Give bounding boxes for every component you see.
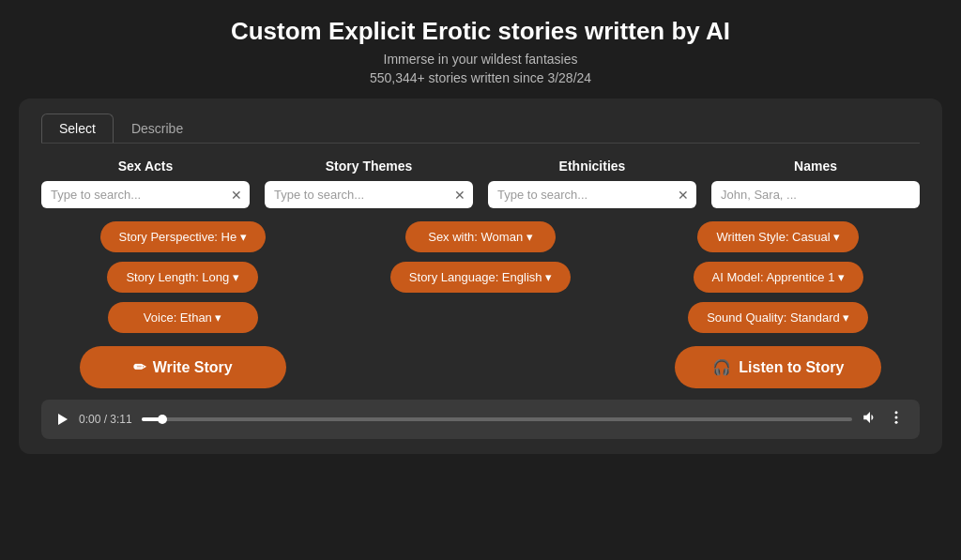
search-wrap-sex-acts: ✕ [41,181,250,208]
page-container: Custom Explicit Erotic stories written b… [0,0,961,560]
names-input[interactable] [711,181,920,208]
audio-progress-thumb [158,415,167,424]
options-row-1: Story Perspective: He ▾ Sex with: Woman … [41,221,920,252]
col-label-names: Names [711,159,920,174]
headphone-icon: 🎧 [712,358,731,376]
ai-model-btn[interactable]: AI Model: Apprentice 1 ▾ [694,262,863,293]
search-input-ethnicities[interactable] [488,181,696,208]
audio-player: 0:00 / 3:11 [41,400,920,439]
search-wrap-story-themes: ✕ [265,181,473,208]
page-title: Custom Explicit Erotic stories written b… [231,17,730,46]
tab-describe[interactable]: Describe [114,114,201,143]
svg-marker-0 [58,414,68,425]
search-input-sex-acts[interactable] [41,181,250,208]
pencil-icon: ✏ [133,358,145,376]
write-story-button[interactable]: ✏ Write Story [80,346,286,388]
column-ethnicities: Ethnicities ✕ [488,159,696,208]
tab-select[interactable]: Select [41,114,114,143]
main-card: Select Describe Sex Acts ✕ Story Themes [19,98,942,454]
search-input-story-themes[interactable] [265,181,473,208]
written-style-btn[interactable]: Written Style: Casual ▾ [697,221,859,252]
svg-point-3 [895,421,898,424]
page-stats: 550,344+ stories written since 3/28/24 [370,70,591,85]
clear-ethnicities[interactable]: ✕ [676,187,691,204]
sound-quality-btn[interactable]: Sound Quality: Standard ▾ [688,302,868,333]
audio-progress-bar[interactable] [142,417,852,421]
write-listen-row: ✏ Write Story 🎧 Listen to Story [41,346,920,388]
column-sex-acts: Sex Acts ✕ [41,159,250,208]
column-names: Names [711,159,920,208]
svg-point-1 [895,411,898,414]
listen-story-button[interactable]: 🎧 Listen to Story [675,346,881,388]
page-subtitle: Immerse in your wildest fantasies [384,52,578,67]
sex-with-btn[interactable]: Sex with: Woman ▾ [405,221,556,252]
volume-button[interactable] [862,409,878,430]
tabs-container: Select Describe [41,114,920,144]
clear-story-themes[interactable]: ✕ [452,187,467,204]
clear-sex-acts[interactable]: ✕ [229,187,244,204]
options-row-2: Story Length: Long ▾ Story Language: Eng… [41,262,920,293]
story-perspective-btn[interactable]: Story Perspective: He ▾ [100,221,266,252]
story-language-btn[interactable]: Story Language: English ▾ [390,262,571,293]
search-columns: Sex Acts ✕ Story Themes ✕ Ethnicities [41,159,920,208]
svg-point-2 [895,416,898,419]
voice-btn[interactable]: Voice: Ethan ▾ [108,302,258,333]
search-wrap-ethnicities: ✕ [488,181,696,208]
more-options-button[interactable] [888,409,905,430]
play-button[interactable] [56,413,69,426]
col-label-sex-acts: Sex Acts [41,159,250,174]
col-label-story-themes: Story Themes [265,159,473,174]
col-label-ethnicities: Ethnicities [488,159,696,174]
voice-row: Voice: Ethan ▾ Sound Quality: Standard ▾ [41,302,920,333]
story-length-btn[interactable]: Story Length: Long ▾ [107,262,257,293]
audio-time: 0:00 / 3:11 [79,413,132,426]
column-story-themes: Story Themes ✕ [265,159,473,208]
